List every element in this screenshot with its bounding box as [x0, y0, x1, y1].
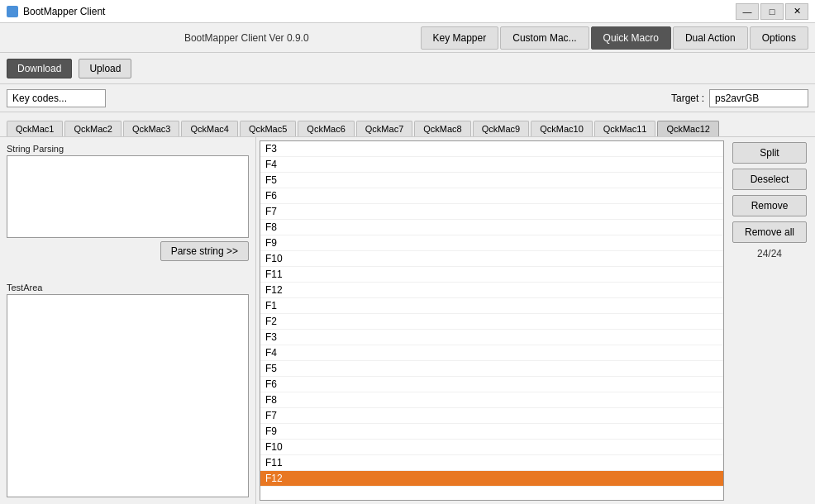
- list-item[interactable]: F9: [260, 424, 723, 440]
- list-item[interactable]: F3: [260, 141, 723, 157]
- macro-tab-qckmac2[interactable]: QckMac2: [64, 121, 121, 136]
- list-item[interactable]: F9: [260, 235, 723, 251]
- string-parsing-textarea[interactable]: [7, 155, 249, 238]
- macro-tab-qckmac7[interactable]: QckMac7: [356, 121, 412, 136]
- test-area-label: TestArea: [7, 283, 249, 292]
- menu-tab-quick-macro[interactable]: Quick Macro: [591, 26, 671, 50]
- list-item[interactable]: F1: [260, 298, 723, 314]
- main-content: String Parsing Parse string >> TestArea …: [0, 137, 815, 504]
- close-button[interactable]: ✕: [785, 3, 808, 20]
- macro-tab-qckmac3[interactable]: QckMac3: [123, 121, 179, 136]
- keycodes-select[interactable]: Key codes...: [7, 89, 106, 107]
- macro-tab-qckmac1[interactable]: QckMac1: [7, 121, 63, 136]
- menu-tab-options[interactable]: Options: [750, 26, 808, 50]
- app-icon: [7, 6, 18, 17]
- macro-tab-qckmac5[interactable]: QckMac5: [240, 121, 296, 136]
- list-item[interactable]: F8: [260, 220, 723, 235]
- deselect-button[interactable]: Deselect: [732, 169, 807, 190]
- macro-tabs: QckMac1QckMac2QckMac3QckMac4QckMac5QckMa…: [0, 112, 815, 137]
- toolbar: Download Upload: [0, 53, 815, 84]
- download-button[interactable]: Download: [7, 59, 72, 78]
- target-section: Target : ps2avrGB: [671, 89, 808, 107]
- macro-tab-qckmac12[interactable]: QckMac12: [657, 121, 719, 136]
- list-item[interactable]: F11: [260, 455, 723, 471]
- remove-button[interactable]: Remove: [732, 195, 807, 216]
- center-panel: F3F4F5F6F7F8F9F10F11F12F1F2F3F4F5F6F8F7F…: [256, 137, 724, 504]
- list-item[interactable]: F11: [260, 267, 723, 283]
- macro-tab-qckmac10[interactable]: QckMac10: [531, 121, 593, 136]
- target-label: Target :: [671, 93, 704, 104]
- menu-tabs: Key MapperCustom Mac...Quick MacroDual A…: [421, 26, 808, 50]
- menu-tab-custom-mac...[interactable]: Custom Mac...: [500, 26, 589, 50]
- list-item[interactable]: F4: [260, 345, 723, 361]
- upload-button[interactable]: Upload: [79, 59, 131, 78]
- list-item[interactable]: F6: [260, 188, 723, 204]
- minimize-button[interactable]: —: [736, 3, 759, 20]
- key-list-container: F3F4F5F6F7F8F9F10F11F12F1F2F3F4F5F6F8F7F…: [260, 140, 724, 501]
- list-item[interactable]: F12: [260, 471, 723, 487]
- key-list-scroll[interactable]: F3F4F5F6F7F8F9F10F11F12F1F2F3F4F5F6F8F7F…: [260, 140, 724, 501]
- menu-tab-key-mapper[interactable]: Key Mapper: [421, 26, 499, 50]
- macro-tab-qckmac6[interactable]: QckMac6: [298, 121, 354, 136]
- menu-tab-dual-action[interactable]: Dual Action: [673, 26, 748, 50]
- string-parsing-section: String Parsing Parse string >>: [7, 144, 249, 276]
- macro-tab-qckmac4[interactable]: QckMac4: [181, 121, 237, 136]
- split-button[interactable]: Split: [732, 142, 807, 164]
- list-item[interactable]: F8: [260, 392, 723, 408]
- keycodes-left: Key codes...: [7, 89, 106, 107]
- list-item[interactable]: F2: [260, 314, 723, 330]
- keycodes-row: Key codes... Target : ps2avrGB: [0, 84, 815, 112]
- title-bar: BootMapper Client — □ ✕: [0, 0, 815, 23]
- left-panel: String Parsing Parse string >> TestArea: [0, 137, 256, 504]
- list-item[interactable]: F7: [260, 204, 723, 220]
- list-item[interactable]: F6: [260, 377, 723, 392]
- right-panel: Split Deselect Remove Remove all 24/24: [724, 137, 815, 504]
- test-area-section: TestArea: [7, 283, 249, 497]
- macro-tab-qckmac9[interactable]: QckMac9: [473, 121, 529, 136]
- target-select[interactable]: ps2avrGB: [709, 89, 808, 107]
- list-item[interactable]: F5: [260, 361, 723, 377]
- list-item[interactable]: F12: [260, 283, 723, 298]
- app-version-label: BootMapper Client Ver 0.9.0: [184, 32, 309, 44]
- list-item[interactable]: F10: [260, 251, 723, 267]
- title-bar-controls: — □ ✕: [736, 3, 808, 20]
- remove-all-button[interactable]: Remove all: [732, 221, 807, 243]
- list-item[interactable]: F4: [260, 157, 723, 173]
- test-area-textarea[interactable]: [7, 294, 249, 497]
- count-label: 24/24: [757, 248, 782, 259]
- list-item[interactable]: F10: [260, 440, 723, 455]
- menu-bar: BootMapper Client Ver 0.9.0 Key MapperCu…: [0, 23, 815, 53]
- app-title: BootMapper Client: [23, 6, 105, 17]
- list-item[interactable]: F5: [260, 173, 723, 188]
- title-bar-left: BootMapper Client: [7, 6, 105, 17]
- macro-tab-qckmac11[interactable]: QckMac11: [594, 121, 656, 136]
- macro-tab-qckmac8[interactable]: QckMac8: [414, 121, 470, 136]
- parse-string-button[interactable]: Parse string >>: [160, 241, 249, 261]
- list-item[interactable]: F3: [260, 330, 723, 345]
- string-parsing-label: String Parsing: [7, 144, 249, 154]
- maximize-button[interactable]: □: [760, 3, 784, 20]
- list-item[interactable]: F7: [260, 408, 723, 424]
